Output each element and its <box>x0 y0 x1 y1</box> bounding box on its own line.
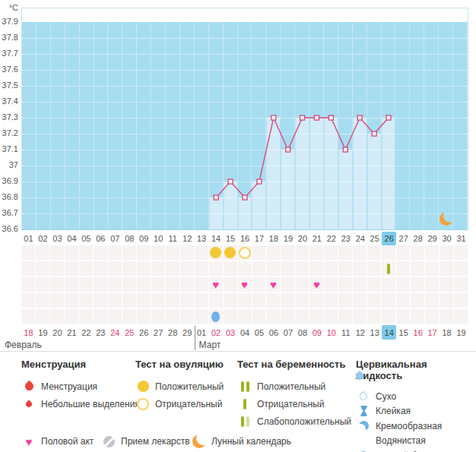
ovulation-test-cell[interactable] <box>281 245 295 261</box>
medication-cell[interactable] <box>94 293 108 309</box>
intercourse-cell[interactable] <box>50 277 65 293</box>
cervical-fluid-cell[interactable] <box>338 309 353 325</box>
intercourse-cell[interactable] <box>180 277 195 293</box>
ovulation-test-cell[interactable] <box>195 245 209 261</box>
pregnancy-test-cell[interactable] <box>224 261 238 277</box>
cervical-fluid-cell[interactable] <box>224 309 238 325</box>
intercourse-cell[interactable] <box>94 277 108 293</box>
pregnancy-test-cell[interactable] <box>195 261 209 277</box>
calendar-day-cell[interactable]: 11 <box>338 325 353 340</box>
ovulation-test-cell[interactable] <box>65 245 79 261</box>
cycle-day-cell[interactable]: 20 <box>295 232 309 245</box>
cycle-day-cell[interactable]: 17 <box>252 232 267 245</box>
calendar-day-cell[interactable]: 04 <box>238 325 252 340</box>
intercourse-cell[interactable] <box>122 277 137 293</box>
medication-cell[interactable] <box>209 293 224 309</box>
pregnancy-test-cell[interactable] <box>36 261 50 277</box>
cycle-day-cell[interactable]: 19 <box>281 232 295 245</box>
medication-cell[interactable] <box>353 293 367 309</box>
cycle-day-cell[interactable]: 29 <box>425 232 440 245</box>
intercourse-cell[interactable] <box>166 277 180 293</box>
medication-cell[interactable] <box>281 293 295 309</box>
intercourse-cell[interactable] <box>382 277 396 293</box>
intercourse-cell[interactable] <box>21 277 36 293</box>
cervical-fluid-cell[interactable] <box>108 309 122 325</box>
medication-cell[interactable] <box>50 293 65 309</box>
ovulation-test-cell[interactable] <box>122 245 137 261</box>
calendar-day-cell[interactable]: 25 <box>122 325 137 340</box>
intercourse-cell[interactable] <box>440 277 454 293</box>
calendar-day-cell[interactable]: 17 <box>425 325 440 340</box>
cervical-fluid-cell[interactable] <box>353 309 367 325</box>
ovulation-test-cell[interactable] <box>94 245 108 261</box>
medication-cell[interactable] <box>411 293 425 309</box>
cycle-day-cell[interactable]: 23 <box>338 232 353 245</box>
calendar-day-cell[interactable]: 15 <box>396 325 411 340</box>
intercourse-cell[interactable] <box>281 277 295 293</box>
cycle-day-cell[interactable]: 02 <box>36 232 50 245</box>
pregnancy-test-cell[interactable] <box>382 261 396 277</box>
cervical-fluid-cell[interactable] <box>295 309 309 325</box>
pregnancy-test-cell[interactable] <box>266 261 281 277</box>
ovulation-test-cell[interactable] <box>209 245 224 261</box>
medication-cell[interactable] <box>224 293 238 309</box>
medication-cell[interactable] <box>166 293 180 309</box>
pregnancy-test-cell[interactable] <box>21 261 36 277</box>
intercourse-cell[interactable] <box>151 277 166 293</box>
intercourse-cell[interactable] <box>108 277 122 293</box>
pregnancy-test-cell[interactable] <box>396 261 411 277</box>
cycle-day-cell[interactable]: 31 <box>454 232 468 245</box>
intercourse-cell[interactable] <box>252 277 267 293</box>
medication-cell[interactable] <box>137 293 151 309</box>
intercourse-cell[interactable] <box>137 277 151 293</box>
calendar-day-cell[interactable]: 18 <box>21 325 36 340</box>
ovulation-test-cell[interactable] <box>425 245 440 261</box>
pregnancy-test-cell[interactable] <box>209 261 224 277</box>
pregnancy-test-cell[interactable] <box>440 261 454 277</box>
cycle-day-cell[interactable]: 03 <box>50 232 65 245</box>
medication-cell[interactable] <box>367 293 382 309</box>
cervical-fluid-cell[interactable] <box>396 309 411 325</box>
cycle-day-cell[interactable]: 16 <box>238 232 252 245</box>
medication-cell[interactable] <box>21 293 36 309</box>
ovulation-test-cell[interactable] <box>367 245 382 261</box>
pregnancy-test-cell[interactable] <box>309 261 324 277</box>
pregnancy-test-cell[interactable] <box>252 261 267 277</box>
calendar-day-cell[interactable]: 22 <box>79 325 94 340</box>
calendar-day-cell[interactable]: 10 <box>324 325 338 340</box>
medication-cell[interactable] <box>79 293 94 309</box>
calendar-day-cell[interactable]: 05 <box>252 325 267 340</box>
calendar-day-cell[interactable]: 08 <box>295 325 309 340</box>
pregnancy-test-cell[interactable] <box>281 261 295 277</box>
calendar-day-cell[interactable]: 14 <box>382 325 396 340</box>
intercourse-cell[interactable] <box>396 277 411 293</box>
cycle-day-cell[interactable]: 04 <box>65 232 79 245</box>
cycle-day-cell[interactable]: 07 <box>108 232 122 245</box>
calendar-day-cell[interactable]: 16 <box>411 325 425 340</box>
medication-cell[interactable] <box>195 293 209 309</box>
cycle-day-cell[interactable]: 11 <box>166 232 180 245</box>
ovulation-test-cell[interactable] <box>36 245 50 261</box>
intercourse-cell[interactable] <box>79 277 94 293</box>
medication-cell[interactable] <box>324 293 338 309</box>
ovulation-test-cell[interactable] <box>224 245 238 261</box>
cervical-fluid-cell[interactable] <box>36 309 50 325</box>
cycle-day-cell[interactable]: 12 <box>180 232 195 245</box>
cycle-day-cell[interactable]: 18 <box>266 232 281 245</box>
medication-cell[interactable] <box>252 293 267 309</box>
cycle-day-cell[interactable]: 15 <box>224 232 238 245</box>
medication-cell[interactable] <box>65 293 79 309</box>
cervical-fluid-cell[interactable] <box>166 309 180 325</box>
cycle-day-cell[interactable]: 14 <box>209 232 224 245</box>
ovulation-test-cell[interactable] <box>252 245 267 261</box>
cycle-day-cell[interactable]: 28 <box>411 232 425 245</box>
intercourse-cell[interactable]: ♥ <box>238 277 252 293</box>
cycle-day-cell[interactable]: 22 <box>324 232 338 245</box>
calendar-day-cell[interactable]: 19 <box>36 325 50 340</box>
intercourse-cell[interactable] <box>425 277 440 293</box>
cycle-day-cell[interactable]: 13 <box>195 232 209 245</box>
ovulation-test-cell[interactable] <box>238 245 252 261</box>
medication-cell[interactable] <box>151 293 166 309</box>
calendar-day-cell[interactable]: 20 <box>50 325 65 340</box>
ovulation-test-cell[interactable] <box>21 245 36 261</box>
